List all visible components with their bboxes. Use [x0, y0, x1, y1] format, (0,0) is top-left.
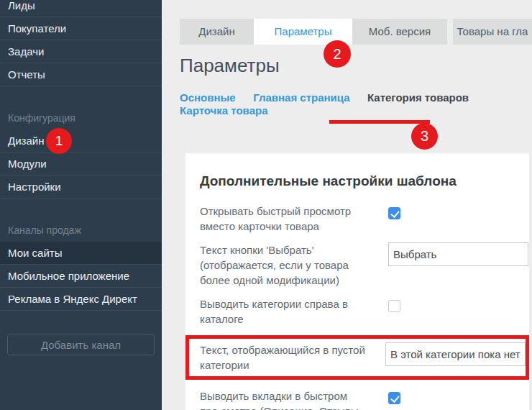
subtab-home-page[interactable]: Главная страница: [253, 91, 349, 104]
field-control: [388, 388, 528, 407]
sidebar-item-label: Модули: [8, 158, 47, 170]
sidebar-item-design[interactable]: Дизайн 1: [0, 129, 162, 152]
field-control: [385, 342, 526, 366]
form-row-choose-button-text: Текст кнопки 'Выбрать' (отображается, ес…: [200, 242, 529, 288]
sidebar-item-label: Реклама в Яндекс Директ: [8, 293, 137, 305]
template-settings-panel: Дополнительные настройки шаблона Открыва…: [185, 153, 529, 410]
sidebar-item-label: Мобильное приложение: [8, 270, 129, 282]
active-subtab-underline: [329, 120, 430, 124]
main-content: Дизайн Параметры Моб. версия Товары на г…: [162, 0, 532, 410]
sidebar-nav-main: Лиды Покупатели Задачи Отчеты: [0, 0, 162, 86]
field-label: Выводить вкладки в быстром про-смотре (О…: [200, 388, 371, 410]
subtab-bar: Основные Главная страница Категория това…: [180, 91, 532, 117]
form-row-quick-view-tabs: Выводить вкладки в быстром про-смотре (О…: [200, 388, 529, 410]
sidebar-item-modules[interactable]: Модули: [0, 152, 162, 176]
sidebar-nav-configuration: Дизайн 1 Модули Настройки: [0, 129, 162, 199]
form-row-empty-category-text: Текст, отображающийся в пустой категории: [185, 335, 529, 380]
form-row-quick-view: Открывать быстрый просмотр вместо карточ…: [200, 204, 529, 234]
empty-category-text-input[interactable]: [385, 342, 526, 366]
step-3-badge: 3: [411, 123, 438, 150]
sidebar-item-label: Лиды: [8, 0, 35, 12]
sidebar-item-customers[interactable]: Покупатели: [0, 17, 162, 40]
sidebar-item-leads[interactable]: Лиды: [0, 0, 162, 17]
page-title: Параметры: [180, 55, 532, 77]
tab-products-on-home[interactable]: Товары на гла: [453, 19, 532, 45]
subtab-general[interactable]: Основные: [180, 91, 236, 104]
sidebar-section-configuration: Конфигурация: [0, 112, 162, 124]
subtab-product-category[interactable]: Категория товаров: [367, 91, 469, 104]
sidebar: Лиды Покупатели Задачи Отчеты Конфигурац…: [0, 0, 162, 410]
sidebar-item-label: Мои сайты: [8, 247, 62, 259]
sidebar-item-label: Покупатели: [8, 22, 66, 35]
subtab-product-card[interactable]: Карточка товара: [180, 104, 268, 117]
sidebar-item-mobile-app[interactable]: Мобильное приложение: [0, 265, 162, 288]
quick-view-tabs-checkbox[interactable]: [388, 392, 400, 404]
choose-button-text-input[interactable]: [388, 242, 528, 266]
sidebar-nav-sales-channels: Мои сайты Мобильное приложение Реклама в…: [0, 242, 162, 311]
field-label: Текст кнопки 'Выбрать' (отображается, ес…: [200, 242, 371, 288]
step-2-badge: 2: [324, 40, 351, 68]
form-row-categories-right: Выводить категории справа в каталоге: [200, 296, 529, 327]
sidebar-item-label: Отчеты: [8, 68, 45, 81]
field-label: Текст, отображающийся в пустой категории: [200, 342, 368, 373]
step-1-badge: 1: [46, 128, 72, 154]
sidebar-item-yandex-direct[interactable]: Реклама в Яндекс Директ: [0, 288, 162, 311]
sidebar-item-label: Настройки: [8, 181, 61, 193]
quick-view-checkbox[interactable]: [388, 207, 400, 219]
categories-right-checkbox[interactable]: [388, 300, 400, 312]
sidebar-item-label: Задачи: [8, 45, 44, 58]
app-window: Лиды Покупатели Задачи Отчеты Конфигурац…: [0, 0, 532, 410]
panel-heading: Дополнительные настройки шаблона: [200, 173, 529, 189]
add-channel-button[interactable]: Добавить канал: [7, 334, 155, 355]
tab-bar: Дизайн Параметры Моб. версия Товары на г…: [180, 19, 532, 45]
field-control: [388, 204, 528, 222]
sidebar-item-reports[interactable]: Отчеты: [0, 63, 162, 86]
sidebar-section-sales-channels: Каналы продаж: [0, 224, 162, 236]
sidebar-item-settings[interactable]: Настройки: [0, 176, 162, 199]
field-control: [388, 242, 528, 266]
sidebar-item-label: Дизайн: [8, 135, 44, 147]
field-label: Выводить категории справа в каталоге: [200, 296, 371, 327]
tab-design[interactable]: Дизайн: [180, 19, 254, 45]
field-label: Открывать быстрый просмотр вместо карточ…: [200, 204, 371, 234]
tab-mobile-version[interactable]: Моб. версия: [352, 19, 447, 45]
sidebar-item-my-sites[interactable]: Мои сайты: [0, 242, 162, 265]
field-control: [388, 296, 528, 315]
sidebar-item-tasks[interactable]: Задачи: [0, 40, 162, 63]
